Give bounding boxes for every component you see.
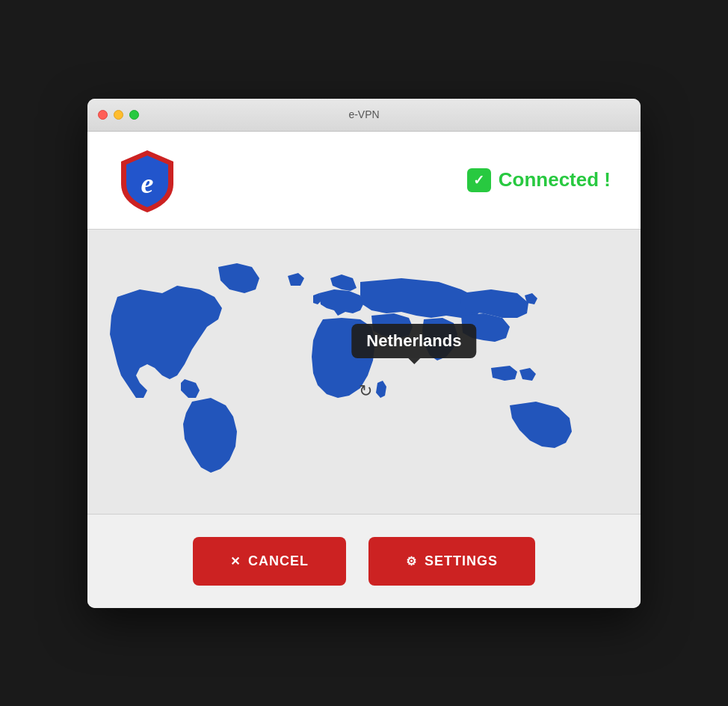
settings-button[interactable]: ⚙ SETTINGS bbox=[368, 537, 535, 586]
check-icon: ✓ bbox=[467, 168, 491, 192]
traffic-lights bbox=[98, 110, 139, 120]
close-button[interactable] bbox=[98, 110, 108, 120]
world-map[interactable] bbox=[102, 245, 626, 499]
window-title: e-VPN bbox=[348, 108, 379, 120]
connected-badge: ✓ Connected ! bbox=[467, 168, 611, 192]
titlebar: e-VPN bbox=[87, 99, 641, 132]
cancel-button[interactable]: ✕ CANCEL bbox=[193, 537, 346, 586]
buttons-section: ✕ CANCEL ⚙ SETTINGS bbox=[87, 515, 641, 608]
connected-label: Connected ! bbox=[499, 168, 611, 191]
cancel-label: CANCEL bbox=[248, 553, 309, 569]
settings-label: SETTINGS bbox=[425, 553, 498, 569]
cancel-icon: ✕ bbox=[230, 554, 241, 568]
minimize-button[interactable] bbox=[114, 110, 123, 120]
connecting-spinner: ↻ bbox=[359, 381, 372, 401]
maximize-button[interactable] bbox=[129, 110, 139, 120]
header-section: e ✓ Connected ! bbox=[87, 132, 641, 230]
map-container: Netherlands ↻ bbox=[102, 245, 626, 499]
svg-text:e: e bbox=[141, 168, 154, 199]
settings-icon: ⚙ bbox=[406, 554, 417, 568]
app-logo: e bbox=[117, 147, 177, 214]
app-window: e-VPN e ✓ Connected ! bbox=[87, 99, 641, 608]
map-section: Netherlands ↻ bbox=[87, 230, 641, 515]
